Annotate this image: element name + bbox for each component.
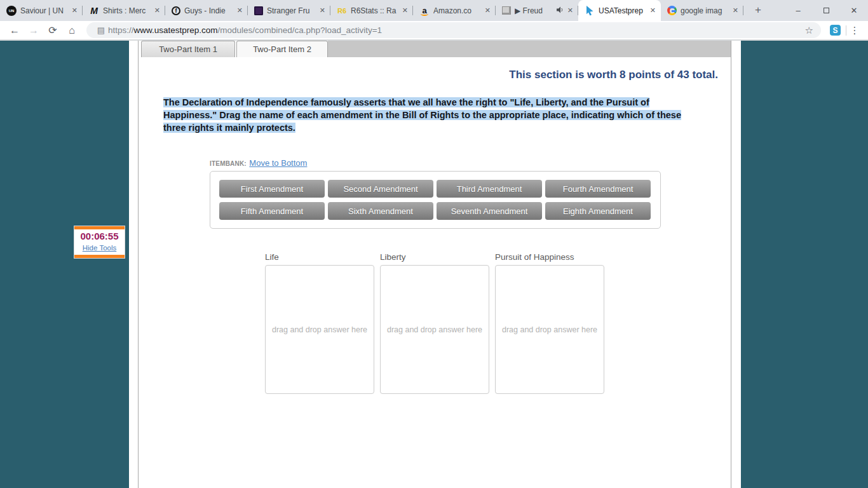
restore-button[interactable] [812, 6, 840, 15]
guys-logo-icon: f [172, 6, 180, 15]
url-host: www.usatestprep.com [134, 25, 218, 35]
close-tab-icon[interactable]: ✕ [485, 6, 491, 15]
section-points-note: This section is worth 8 points of 43 tot… [139, 69, 731, 81]
close-tab-icon[interactable]: ✕ [650, 6, 656, 15]
browser-tab-stranger[interactable]: Stranger Fru ✕ [248, 0, 330, 21]
url-path: /modules/combined/ca.php?load_activity=1 [218, 25, 383, 35]
restore-icon [824, 8, 829, 13]
dropzone-placeholder: drag and drop answer here [272, 325, 367, 334]
address-bar[interactable]: ▤ https://www.usatestprep.com/modules/co… [86, 22, 821, 38]
window-controls: – ✕ [784, 0, 868, 21]
tab-title: ▶ Freud [515, 6, 555, 15]
extension-icon[interactable]: S [830, 25, 841, 36]
dropzone-label: Life [265, 252, 374, 262]
dropzone-target[interactable]: drag and drop answer here [380, 265, 489, 394]
amazon-logo-icon: a [419, 6, 430, 16]
question-highlighted-text: The Declaration of Independence famously… [163, 97, 681, 133]
browser-tab-r6stats[interactable]: R6 R6Stats :: Ra ✕ [330, 0, 413, 21]
tab-title: Shirts : Merc [103, 6, 151, 15]
close-tab-icon[interactable]: ✕ [154, 6, 160, 15]
drag-chip-sixth-amendment[interactable]: Sixth Amendment [328, 202, 433, 220]
test-timer-widget: 00:06:55 Hide Tools [74, 226, 125, 258]
stranger-logo-icon [254, 6, 263, 15]
unfd-logo-icon: UN [6, 6, 17, 16]
audio-playing-icon[interactable] [557, 6, 564, 15]
drag-chip-seventh-amendment[interactable]: Seventh Amendment [437, 202, 542, 220]
dropzone-target[interactable]: drag and drop answer here [265, 265, 374, 394]
page-info-icon[interactable]: ▤ [94, 25, 108, 35]
close-tab-icon[interactable]: ✕ [567, 6, 573, 15]
itembank-container: First Amendment Second Amendment Third A… [210, 171, 661, 229]
drag-chip-second-amendment[interactable]: Second Amendment [328, 180, 433, 198]
move-to-bottom-link[interactable]: Move to Bottom [249, 158, 307, 168]
close-tab-icon[interactable]: ✕ [72, 6, 78, 15]
tab-title: R6Stats :: Ra [351, 6, 398, 15]
forward-icon[interactable]: → [24, 25, 43, 36]
browser-tab-freud[interactable]: ▶ Freud ✕ [496, 0, 578, 21]
item-tab-bar: Two-Part Item 1 Two-Part Item 2 [139, 41, 731, 57]
browser-tab-google-images[interactable]: google imag ✕ [661, 0, 743, 21]
content-panel: Two-Part Item 1 Two-Part Item 2 This sec… [129, 41, 741, 488]
item-tab-bar-filler [328, 41, 731, 57]
r6stats-logo-icon: R6 [337, 6, 347, 16]
tab-title: Amazon.co [433, 6, 481, 15]
close-tab-icon[interactable]: ✕ [402, 6, 408, 15]
close-tab-icon[interactable]: ✕ [237, 6, 243, 15]
video-thumbnail-icon [502, 6, 511, 15]
google-g-icon [667, 6, 677, 15]
home-icon[interactable]: ⌂ [62, 25, 81, 36]
tab-title: google imag [681, 6, 729, 15]
browser-tab-usatestprep-active[interactable]: USATestprep ✕ [578, 0, 661, 21]
tab-title: Guys - Indie [184, 6, 233, 15]
drag-chip-fifth-amendment[interactable]: Fifth Amendment [219, 202, 325, 220]
itembank-label: ITEMBANK: [210, 160, 247, 167]
drag-chip-fourth-amendment[interactable]: Fourth Amendment [545, 180, 651, 198]
tab-title: Saviour | UN [20, 6, 68, 15]
refresh-icon[interactable]: ⟳ [43, 24, 62, 36]
dropzone-label: Pursuit of Happiness [495, 252, 604, 262]
dropzone-row: Life drag and drop answer here Liberty d… [265, 252, 731, 394]
question-text: The Declaration of Independence famously… [163, 96, 704, 134]
tab-two-part-item-1[interactable]: Two-Part Item 1 [141, 41, 235, 57]
tab-title: Stranger Fru [267, 6, 316, 15]
tab-title: USATestprep [599, 6, 646, 15]
dropzone-target[interactable]: drag and drop answer here [495, 265, 604, 394]
browser-tab-guys[interactable]: f Guys - Indie ✕ [165, 0, 248, 21]
itembank-header: ITEMBANK: Move to Bottom [210, 157, 731, 168]
browser-tab-saviour[interactable]: UN Saviour | UN ✕ [0, 0, 83, 21]
dropzone-pursuit-of-happiness: Pursuit of Happiness drag and drop answe… [495, 252, 604, 394]
browser-tab-strip: UN Saviour | UN ✕ M Shirts : Merc ✕ f Gu… [0, 0, 868, 21]
close-window-button[interactable]: ✕ [840, 6, 868, 15]
drag-chip-eighth-amendment[interactable]: Eighth Amendment [545, 202, 651, 220]
back-icon[interactable]: ← [5, 25, 24, 36]
usatestprep-cursor-icon [585, 6, 595, 16]
page-background: Two-Part Item 1 Two-Part Item 2 This sec… [0, 41, 868, 488]
browser-tab-shirts[interactable]: M Shirts : Merc ✕ [83, 0, 165, 21]
merch-logo-icon: M [89, 6, 99, 16]
close-tab-icon[interactable]: ✕ [733, 6, 738, 15]
drag-chip-third-amendment[interactable]: Third Amendment [437, 180, 542, 198]
browser-toolbar: ← → ⟳ ⌂ ▤ https://www.usatestprep.com/mo… [0, 21, 868, 39]
drag-chip-first-amendment[interactable]: First Amendment [219, 180, 325, 198]
new-tab-button[interactable]: + [749, 1, 768, 20]
bookmark-star-icon[interactable]: ☆ [805, 25, 813, 36]
url-scheme: https:// [108, 25, 134, 35]
dropzone-life: Life drag and drop answer here [265, 252, 374, 394]
dropzone-liberty: Liberty drag and drop answer here [380, 252, 489, 394]
minimize-button[interactable]: – [784, 6, 812, 15]
tab-two-part-item-2[interactable]: Two-Part Item 2 [236, 41, 328, 57]
timer-value: 00:06:55 [74, 231, 125, 241]
dropzone-placeholder: drag and drop answer here [387, 325, 482, 334]
close-tab-icon[interactable]: ✕ [320, 6, 325, 15]
hide-tools-link[interactable]: Hide Tools [83, 244, 117, 252]
dropzone-placeholder: drag and drop answer here [502, 325, 597, 334]
browser-tab-amazon[interactable]: a Amazon.co ✕ [413, 0, 496, 21]
dropzone-label: Liberty [380, 252, 489, 262]
browser-menu-icon[interactable]: ⋮ [846, 25, 863, 36]
content-column: Two-Part Item 1 Two-Part Item 2 This sec… [138, 41, 731, 488]
